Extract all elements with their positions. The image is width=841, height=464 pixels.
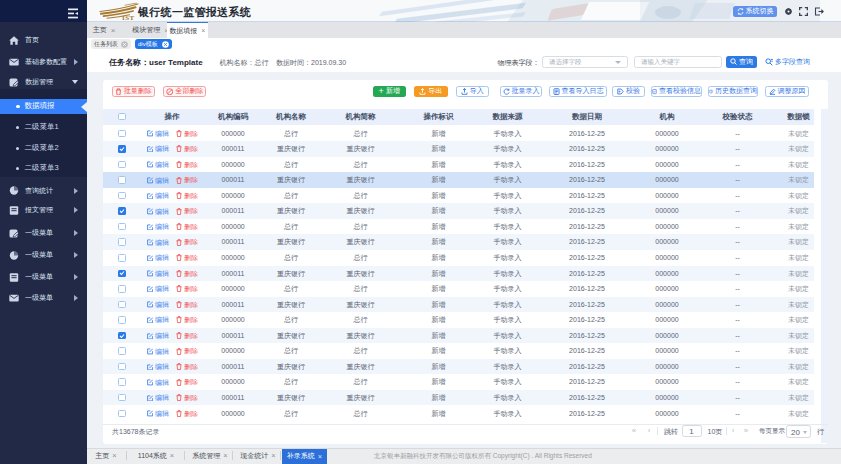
svg-text:IST: IST bbox=[122, 14, 135, 20]
